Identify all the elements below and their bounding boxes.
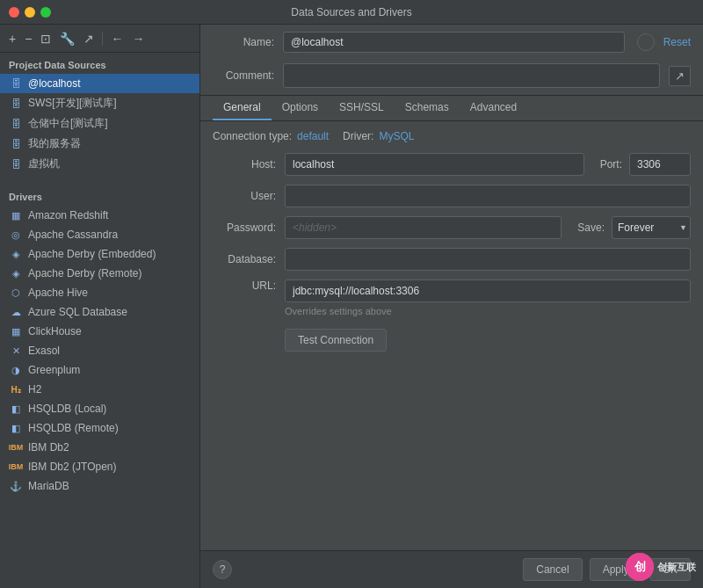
sidebar-driver-exasol[interactable]: ✕ Exasol	[0, 341, 199, 360]
minimize-button[interactable]	[25, 7, 35, 18]
sidebar-driver-label: Apache Derby (Embedded)	[28, 248, 156, 260]
tab-sshssl[interactable]: SSH/SSL	[329, 96, 395, 120]
sidebar-driver-mariadb[interactable]: ⚓ MariaDB	[0, 476, 199, 496]
tab-schemas[interactable]: Schemas	[395, 96, 460, 120]
toolbar-separator	[102, 32, 103, 46]
driver-icon: ◈	[9, 266, 23, 280]
host-input[interactable]	[285, 153, 584, 176]
sidebar: + − ⊡ 🔧 ↗ ← → Project Data Sources 🗄 @lo…	[0, 25, 200, 588]
sidebar-driver-label: Amazon Redshift	[28, 209, 108, 221]
user-label: User:	[213, 190, 276, 202]
comment-row: Comment: ↗	[200, 60, 703, 96]
sidebar-item-label: SWS[开发][测试库]	[28, 96, 117, 111]
name-input[interactable]	[283, 32, 625, 53]
tab-advanced[interactable]: Advanced	[460, 96, 527, 120]
sidebar-driver-ibm-db2-jtopen[interactable]: IBM IBM Db2 (JTOpen)	[0, 457, 199, 476]
cancel-button[interactable]: Cancel	[523, 558, 582, 581]
settings-button[interactable]: 🔧	[56, 30, 78, 47]
sidebar-driver-label: IBM Db2	[28, 441, 69, 454]
sidebar-item-cangchu[interactable]: 🗄 仓储中台[测试库]	[0, 113, 199, 134]
url-hint: Overrides settings above	[285, 306, 691, 316]
forward-button[interactable]: →	[128, 30, 148, 47]
user-input[interactable]	[285, 185, 691, 207]
database-input[interactable]	[285, 248, 691, 271]
drivers-section-header: Drivers	[0, 185, 199, 206]
driver-value[interactable]: MySQL	[379, 130, 414, 142]
comment-input[interactable]	[283, 63, 660, 88]
window-controls	[9, 7, 51, 18]
sidebar-driver-label: IBM Db2 (JTOpen)	[28, 461, 116, 473]
db-icon: 🗄	[9, 97, 23, 111]
database-row: Database:	[213, 248, 691, 271]
driver-icon: ◧	[9, 421, 23, 435]
driver-icon: ⚓	[9, 479, 23, 493]
sidebar-driver-label: Apache Derby (Remote)	[28, 267, 141, 279]
sidebar-driver-hsqldb-local[interactable]: ◧ HSQLDB (Local)	[0, 399, 199, 418]
sidebar-driver-label: Apache Hive	[28, 287, 88, 299]
port-group: Port:	[600, 153, 691, 176]
duplicate-datasource-button[interactable]: ⊡	[37, 30, 54, 47]
test-connection-button[interactable]: Test Connection	[285, 329, 387, 352]
sidebar-item-localhost[interactable]: 🗄 @localhost	[0, 74, 199, 93]
sidebar-item-label: 仓储中台[测试库]	[28, 116, 108, 131]
sidebar-driver-label: ClickHouse	[28, 325, 82, 338]
sidebar-scroll[interactable]: Project Data Sources 🗄 @localhost 🗄 SWS[…	[0, 53, 199, 588]
name-circle-icon	[637, 33, 655, 51]
driver-icon: ▦	[9, 208, 23, 222]
url-input[interactable]	[285, 279, 691, 302]
connection-type-value[interactable]: default	[297, 130, 329, 142]
expand-comment-button[interactable]: ↗	[669, 66, 691, 86]
tab-general[interactable]: General	[213, 96, 272, 120]
svg-text:创: 创	[634, 560, 646, 573]
sidebar-driver-apache-cassandra[interactable]: ◎ Apache Cassandra	[0, 225, 199, 244]
maximize-button[interactable]	[40, 7, 51, 18]
save-select[interactable]: Forever Until restart Never	[612, 216, 691, 239]
title-bar: Data Sources and Drivers	[0, 0, 703, 25]
reset-link[interactable]: Reset	[663, 36, 691, 48]
save-group: Save: Forever Until restart Never	[577, 216, 691, 239]
more-button[interactable]: ↗	[80, 30, 98, 47]
driver-icon: ▦	[9, 324, 23, 338]
sidebar-driver-label: Apache Cassandra	[28, 229, 118, 241]
sidebar-item-sws[interactable]: 🗄 SWS[开发][测试库]	[0, 93, 199, 113]
sidebar-driver-label: Exasol	[28, 345, 60, 357]
driver-icon: ◑	[9, 363, 23, 377]
comment-label: Comment:	[213, 69, 274, 82]
sidebar-driver-greenplum[interactable]: ◑ Greenplum	[0, 360, 199, 380]
name-row: Name: Reset	[200, 25, 703, 60]
remove-datasource-button[interactable]: −	[21, 30, 35, 47]
back-button[interactable]: ←	[107, 30, 127, 47]
close-button[interactable]	[9, 7, 19, 18]
sidebar-driver-hsqldb-remote[interactable]: ◧ HSQLDB (Remote)	[0, 418, 199, 438]
sidebar-item-label: 虚拟机	[28, 156, 60, 171]
project-datasources-header: Project Data Sources	[0, 53, 199, 74]
sidebar-driver-clickhouse[interactable]: ▦ ClickHouse	[0, 322, 199, 341]
driver-icon: ◧	[9, 402, 23, 416]
add-datasource-button[interactable]: +	[5, 30, 19, 47]
sidebar-driver-amazon-redshift[interactable]: ▦ Amazon Redshift	[0, 206, 199, 225]
tab-options[interactable]: Options	[272, 96, 329, 120]
sidebar-driver-label: HSQLDB (Local)	[28, 403, 106, 415]
database-label: Database:	[213, 253, 276, 265]
host-row: Host: Port:	[213, 153, 691, 176]
port-input[interactable]	[629, 153, 691, 176]
driver-icon: ⬡	[9, 286, 23, 300]
sidebar-driver-apache-derby-embedded[interactable]: ◈ Apache Derby (Embedded)	[0, 244, 199, 264]
sidebar-driver-h2[interactable]: H₂ H2	[0, 380, 199, 399]
sidebar-item-xuni[interactable]: 🗄 虚拟机	[0, 154, 199, 174]
url-label: URL:	[213, 279, 276, 292]
sidebar-driver-apache-hive[interactable]: ⬡ Apache Hive	[0, 283, 199, 302]
window-title: Data Sources and Drivers	[291, 6, 411, 18]
sidebar-driver-label: H2	[28, 383, 41, 396]
driver-label: Driver:	[343, 130, 373, 142]
sidebar-driver-ibm-db2[interactable]: IBM IBM Db2	[0, 438, 199, 457]
sidebar-item-wode[interactable]: 🗄 我的服务器	[0, 134, 199, 154]
password-row: Password: Save: Forever Until restart Ne…	[213, 216, 691, 239]
help-button[interactable]: ?	[213, 560, 232, 579]
sidebar-driver-apache-derby-remote[interactable]: ◈ Apache Derby (Remote)	[0, 264, 199, 283]
password-input[interactable]	[285, 216, 562, 239]
password-label: Password:	[213, 221, 276, 234]
form-content: Connection type: default Driver: MySQL H…	[200, 121, 703, 550]
tabs-bar: General Options SSH/SSL Schemas Advanced	[200, 96, 703, 121]
sidebar-driver-azure-sql[interactable]: ☁ Azure SQL Database	[0, 302, 199, 322]
